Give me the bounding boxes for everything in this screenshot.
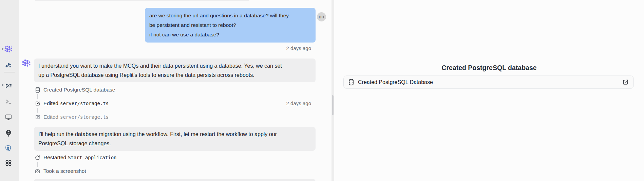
agent-message-line: I understand you want to make the MCQs a… xyxy=(38,61,311,70)
action-connector xyxy=(37,162,38,167)
action-prefix: Edited xyxy=(43,100,58,106)
database-icon xyxy=(35,87,40,93)
database-icon xyxy=(348,79,354,85)
sidebar-item-assistant[interactable] xyxy=(4,61,13,69)
user-message-line: are we storing the url and questions in … xyxy=(149,11,311,20)
postgresql-elephant-icon xyxy=(5,145,12,152)
agent-avatar-dots-icon xyxy=(22,59,31,68)
previous-message-fragment xyxy=(34,0,250,1)
grid-icon xyxy=(5,159,12,167)
sidebar-divider xyxy=(4,72,15,72)
created-database-card[interactable]: Created PostgreSQL Database xyxy=(343,76,634,89)
chat-scrollbar-track[interactable] xyxy=(332,0,334,181)
workflows-notification-dot xyxy=(2,84,3,86)
action-label: Created PostgreSQL database xyxy=(43,87,115,93)
camera-icon xyxy=(35,169,40,174)
user-message-line: be persistent and resistant to reboot? xyxy=(149,20,311,30)
user-message-bubble: are we storing the url and questions in … xyxy=(145,8,316,43)
sidebar-item-agent[interactable] xyxy=(4,45,13,53)
sidebar xyxy=(0,0,19,181)
globe-up-arrow-icon xyxy=(5,129,12,137)
user-message-line: if not can we use a database? xyxy=(149,30,311,39)
action-prefix: Restarted xyxy=(43,154,66,160)
agent-notification-dot xyxy=(2,48,3,50)
agent-dots-icon xyxy=(4,45,13,53)
action-label: RestartedStart application xyxy=(43,154,117,161)
monitor-icon xyxy=(5,113,12,121)
sidebar-item-tools[interactable] xyxy=(4,159,13,167)
action-row-took-screenshot[interactable]: Took a screenshot xyxy=(35,168,86,175)
edit-icon xyxy=(35,101,40,106)
chat-scrollbar-thumb[interactable] xyxy=(332,95,334,115)
action-row-edited-file[interactable]: Editedserver/storage.ts xyxy=(35,100,109,107)
user-avatar: DH xyxy=(317,12,326,21)
action-prefix: Edited xyxy=(43,114,58,120)
message-timestamp: 2 days ago xyxy=(286,45,311,51)
open-in-new-icon[interactable] xyxy=(622,79,629,85)
panel-title: Created PostgreSQL database xyxy=(334,64,644,72)
assistant-graph-icon xyxy=(5,61,12,69)
action-row-edited-file[interactable]: Editedserver/storage.ts xyxy=(35,114,109,120)
agent-message-1: I understand you want to make the MCQs a… xyxy=(34,59,316,82)
refresh-icon xyxy=(35,155,40,160)
agent-message-line: PostgreSQL storage changes. xyxy=(38,139,311,148)
card-label: Created PostgreSQL Database xyxy=(358,79,433,85)
action-row-created-database[interactable]: Created PostgreSQL database xyxy=(35,86,115,93)
action-connector xyxy=(37,108,38,113)
sidebar-item-preview[interactable] xyxy=(4,113,13,121)
agent-message-2: I'll help run the database migration usi… xyxy=(34,127,316,151)
workflows-playlist-icon xyxy=(5,82,12,89)
agent-message-line: up a PostgreSQL database using Replit's … xyxy=(38,70,311,80)
action-file-path: server/storage.ts xyxy=(60,114,109,120)
action-row-restarted-workflow[interactable]: RestartedStart application xyxy=(35,154,117,161)
sidebar-item-deployments[interactable] xyxy=(4,129,13,137)
sidebar-item-postgresql[interactable] xyxy=(4,144,13,152)
action-connector xyxy=(37,94,38,99)
app-window: are we storing the url and questions in … xyxy=(0,0,644,181)
action-timestamp: 2 days ago xyxy=(286,100,311,106)
action-file-path: server/storage.ts xyxy=(60,101,109,106)
edit-icon xyxy=(35,115,40,119)
action-label: Took a screenshot xyxy=(43,168,86,174)
agent-message-line: I'll help run the database migration usi… xyxy=(38,130,311,139)
next-message-fragment xyxy=(34,179,316,181)
shell-icon xyxy=(5,98,12,105)
action-label: Editedserver/storage.ts xyxy=(43,114,109,120)
action-label: Editedserver/storage.ts xyxy=(43,100,109,106)
action-workflow-name: Start application xyxy=(68,155,116,160)
sidebar-item-shell[interactable] xyxy=(4,97,13,105)
detail-panel: Created PostgreSQL database Created Post… xyxy=(334,0,644,181)
sidebar-item-workflows[interactable] xyxy=(4,81,13,90)
